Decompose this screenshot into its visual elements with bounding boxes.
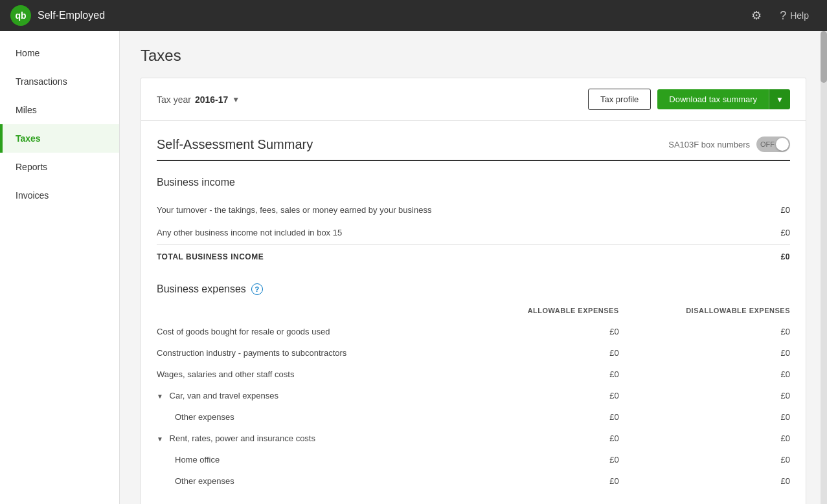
collapse-arrow-icon: ▼ (157, 393, 163, 400)
income-row-1-value: £0 (769, 199, 790, 221)
expenses-col-disallowable: DISALLOWABLE EXPENSES (619, 303, 790, 321)
tax-year-value: 2016-17 (195, 94, 228, 105)
expense-row-6-desc: Home office (157, 449, 469, 470)
help-button[interactable]: ? Help (772, 5, 817, 27)
expenses-col-description (157, 303, 469, 321)
expense-row-6-disallowable: £0 (619, 449, 790, 470)
top-navigation: qb Self-Employed ⚙ ? Help (0, 0, 827, 31)
expenses-header-row: Business expenses ? (157, 283, 790, 295)
sa103f-controls: SA103F box numbers OFF (668, 137, 790, 152)
help-circle-icon: ? (780, 9, 786, 23)
expense-row-4-disallowable: £0 (619, 406, 790, 428)
expenses-table: ALLOWABLE EXPENSES DISALLOWABLE EXPENSES… (157, 303, 790, 492)
download-dropdown-arrow[interactable]: ▼ (769, 89, 790, 109)
expense-row-6-allowable: £0 (469, 449, 619, 470)
summary-section: Self-Assessment Summary SA103F box numbe… (141, 121, 806, 268)
expense-row-2-allowable: £0 (469, 364, 619, 385)
sidebar-item-invoices[interactable]: Invoices (0, 181, 119, 210)
chevron-down-icon[interactable]: ▼ (232, 95, 240, 104)
tax-year-label: Tax year (157, 94, 191, 105)
expense-row-0: Cost of goods bought for resale or goods… (157, 321, 790, 342)
expense-row-0-disallowable: £0 (619, 321, 790, 342)
summary-title: Self-Assessment Summary (157, 137, 313, 152)
expense-row-2: Wages, salaries and other staff costs £0… (157, 364, 790, 385)
income-row-1: Your turnover - the takings, fees, sales… (157, 199, 790, 221)
sidebar-item-reports[interactable]: Reports (0, 153, 119, 181)
expense-row-7: Other expenses £0 £0 (157, 470, 790, 492)
tax-year-bar: Tax year 2016-17 ▼ Tax profile Download … (141, 78, 806, 121)
expense-row-5-disallowable: £0 (619, 428, 790, 449)
expense-row-1-desc: Construction industry - payments to subc… (157, 342, 469, 364)
expense-row-5-desc: ▼ Rent, rates, power and insurance costs (157, 428, 469, 449)
income-total-value: £0 (769, 245, 790, 268)
expense-row-4-desc: Other expenses (157, 406, 469, 428)
tax-year-actions: Tax profile Download tax summary ▼ (588, 89, 790, 110)
page-layout: Home Transactions Miles Taxes Reports In… (0, 31, 827, 504)
business-expenses-section: Business expenses ? ALLOWABLE EXPENSES D… (141, 283, 806, 504)
business-income-table: Your turnover - the takings, fees, sales… (157, 199, 790, 268)
expense-row-3-desc: ▼ Car, van and travel expenses (157, 385, 469, 406)
income-row-1-desc: Your turnover - the takings, fees, sales… (157, 199, 769, 221)
main-content: Taxes Tax year 2016-17 ▼ Tax profile Dow… (120, 31, 827, 504)
expense-row-4-allowable: £0 (469, 406, 619, 428)
business-income-title: Business income (157, 177, 790, 188)
qb-logo: qb (10, 5, 31, 26)
expense-row-2-disallowable: £0 (619, 364, 790, 385)
expense-row-1-allowable: £0 (469, 342, 619, 364)
help-label: Help (790, 10, 809, 21)
expense-row-3[interactable]: ▼ Car, van and travel expenses £0 £0 (157, 385, 790, 406)
expenses-header: ALLOWABLE EXPENSES DISALLOWABLE EXPENSES (157, 303, 790, 321)
tax-profile-button[interactable]: Tax profile (588, 89, 651, 110)
collapse-arrow-icon-2: ▼ (157, 435, 163, 443)
toggle-off-label: OFF (760, 140, 775, 148)
expense-row-0-desc: Cost of goods bought for resale or goods… (157, 321, 469, 342)
income-row-2: Any other business income not included i… (157, 221, 790, 245)
expense-row-7-desc: Other expenses (157, 470, 469, 492)
toggle-knob (776, 138, 789, 151)
summary-header: Self-Assessment Summary SA103F box numbe… (157, 137, 790, 161)
income-total-row: TOTAL BUSINESS INCOME £0 (157, 245, 790, 268)
expense-row-6: Home office £0 £0 (157, 449, 790, 470)
expense-row-3-allowable: £0 (469, 385, 619, 406)
scrollbar[interactable] (821, 31, 827, 504)
topnav-actions: ⚙ ? Help (743, 5, 817, 27)
topnav-brand: qb Self-Employed (10, 5, 105, 26)
expense-row-5[interactable]: ▼ Rent, rates, power and insurance costs… (157, 428, 790, 449)
tax-year-selector: Tax year 2016-17 ▼ (157, 94, 240, 105)
expense-row-4: Other expenses £0 £0 (157, 406, 790, 428)
sidebar-item-home[interactable]: Home (0, 39, 119, 67)
sa103f-label: SA103F box numbers (668, 140, 750, 149)
expense-row-3-disallowable: £0 (619, 385, 790, 406)
income-row-2-desc: Any other business income not included i… (157, 221, 769, 245)
expense-row-5-allowable: £0 (469, 428, 619, 449)
expense-row-0-allowable: £0 (469, 321, 619, 342)
scrollbar-thumb[interactable] (821, 31, 827, 83)
settings-button[interactable]: ⚙ (743, 5, 769, 27)
expenses-title: Business expenses (157, 283, 246, 295)
info-icon[interactable]: ? (251, 283, 263, 295)
expense-row-7-allowable: £0 (469, 470, 619, 492)
expense-row-1-disallowable: £0 (619, 342, 790, 364)
income-row-2-value: £0 (769, 221, 790, 245)
sidebar-item-transactions[interactable]: Transactions (0, 67, 119, 96)
sa103f-toggle[interactable]: OFF (756, 137, 790, 152)
sidebar: Home Transactions Miles Taxes Reports In… (0, 31, 120, 504)
expense-row-2-desc: Wages, salaries and other staff costs (157, 364, 469, 385)
business-income-section: Business income Your turnover - the taki… (157, 177, 790, 268)
download-tax-summary-button[interactable]: Download tax summary (657, 89, 769, 109)
gear-icon: ⚙ (751, 8, 762, 23)
page-title: Taxes (141, 47, 806, 65)
income-total-label: TOTAL BUSINESS INCOME (157, 245, 769, 268)
expense-row-1: Construction industry - payments to subc… (157, 342, 790, 364)
taxes-card: Tax year 2016-17 ▼ Tax profile Download … (141, 78, 806, 504)
expense-row-7-disallowable: £0 (619, 470, 790, 492)
download-button-group: Download tax summary ▼ (657, 89, 790, 109)
sidebar-item-taxes[interactable]: Taxes (0, 124, 119, 153)
app-title: Self-Employed (38, 10, 105, 21)
sidebar-item-miles[interactable]: Miles (0, 96, 119, 124)
expenses-col-allowable: ALLOWABLE EXPENSES (469, 303, 619, 321)
